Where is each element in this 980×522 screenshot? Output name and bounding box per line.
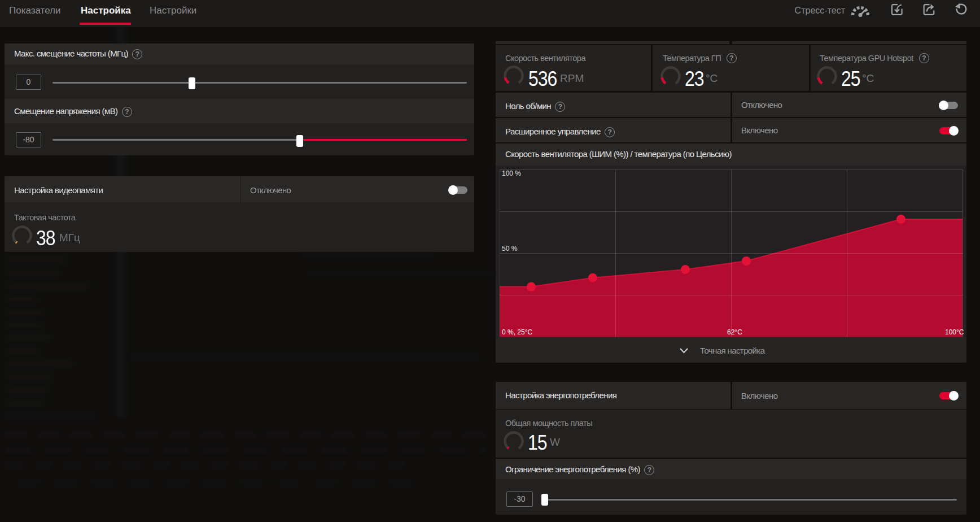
svg-text:100°C: 100°C (945, 328, 964, 336)
svg-text:62°C: 62°C (727, 328, 742, 336)
svg-text:100 %: 100 % (502, 169, 521, 177)
svg-text:50 %: 50 % (502, 245, 518, 253)
svg-text:0 %, 25°C: 0 %, 25°C (502, 328, 532, 336)
